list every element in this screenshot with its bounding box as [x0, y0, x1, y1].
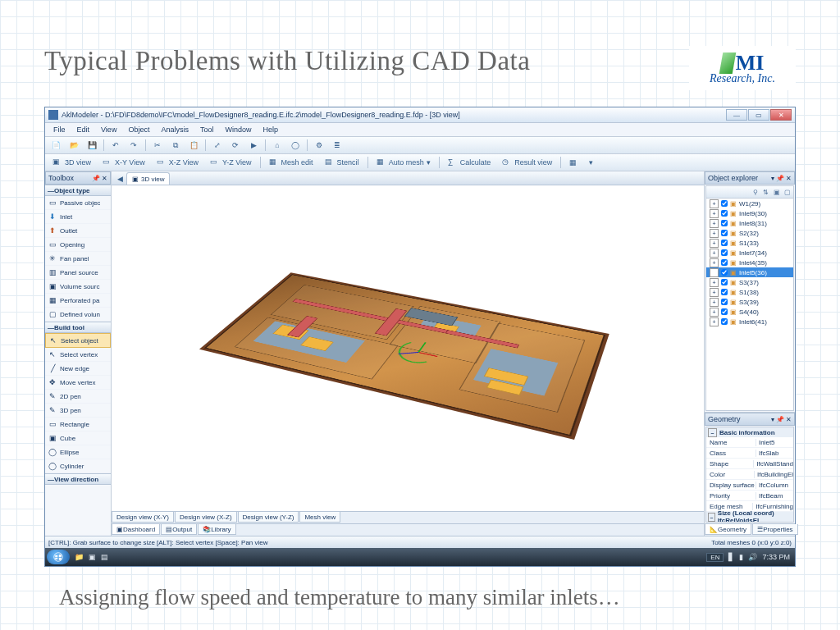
window-titlebar[interactable]: AklModeler - D:\FD\FD8demo\IFC\model_Flo…: [45, 107, 795, 123]
3d-canvas[interactable]: [112, 185, 704, 511]
redo-icon[interactable]: ↷: [126, 138, 142, 153]
toolbox-section-view-direction[interactable]: — View direction: [45, 473, 111, 485]
tree-visibility-checkbox[interactable]: [721, 249, 728, 256]
expand-icon[interactable]: +: [710, 308, 719, 317]
property-row[interactable]: NameInlet5: [706, 437, 793, 448]
menu-file[interactable]: File: [48, 125, 71, 135]
undo-icon[interactable]: ↶: [107, 138, 124, 153]
tool-outlet[interactable]: ⬆Outlet: [45, 224, 111, 238]
tree-node[interactable]: +▣Inlet4(35): [706, 258, 793, 267]
tree-node[interactable]: +▣W1(29): [706, 199, 793, 208]
cut-icon[interactable]: ✂: [149, 138, 166, 153]
settings-icon[interactable]: ⚙: [311, 138, 327, 153]
property-value[interactable]: IfcColumn: [756, 482, 793, 489]
layers-icon[interactable]: ≣: [329, 138, 345, 153]
tree-node[interactable]: +▣S3(39): [706, 297, 793, 307]
view-xy-button[interactable]: ▭X-Y View: [98, 155, 150, 170]
tray-clock[interactable]: 7:33 PM: [762, 553, 790, 561]
bottom-tab-yz[interactable]: Design view (Y-Z): [238, 512, 299, 523]
tree-visibility-checkbox[interactable]: [721, 308, 728, 315]
tree-node[interactable]: +▣S3(37): [706, 277, 793, 287]
auto-mesh-button[interactable]: ▦Auto mesh▾: [372, 155, 436, 170]
save-icon[interactable]: 💾: [84, 138, 100, 153]
close-button[interactable]: ✕: [770, 109, 792, 121]
tool-cube[interactable]: ▣Cube: [45, 431, 111, 445]
zoom-fit-icon[interactable]: ⤢: [209, 138, 226, 153]
tree-filter-icon[interactable]: ⚲: [751, 188, 760, 197]
menu-view[interactable]: View: [96, 125, 121, 135]
expand-icon[interactable]: +: [710, 288, 719, 297]
object-tree[interactable]: ⚲ ⇅ ▣ ▢ +▣W1(29)+▣Inlet9(30)+▣Inlet8(31)…: [705, 185, 794, 411]
menu-analysis[interactable]: Analysis: [156, 125, 194, 135]
property-row[interactable]: ClassIfcSlab: [706, 448, 793, 459]
expand-icon[interactable]: +: [710, 258, 719, 267]
orbit-icon[interactable]: ◯: [287, 138, 304, 153]
refresh-icon[interactable]: ⟳: [227, 138, 244, 153]
expand-icon[interactable]: +: [710, 268, 719, 277]
mesh-edit-button[interactable]: ▦Mesh edit: [264, 155, 318, 170]
tool-ellipse[interactable]: ◯Ellipse: [45, 445, 111, 459]
view-xz-button[interactable]: ▭X-Z View: [152, 155, 203, 170]
menu-tool[interactable]: Tool: [195, 125, 219, 135]
menu-help[interactable]: Help: [258, 125, 283, 135]
tree-node[interactable]: +▣S2(32): [706, 228, 793, 238]
tree-node[interactable]: +▣S4(40): [706, 307, 793, 317]
property-value[interactable]: IfcSlab: [756, 450, 793, 457]
maximize-button[interactable]: ▭: [748, 109, 769, 121]
expand-icon[interactable]: +: [710, 219, 719, 228]
property-row[interactable]: PriorityIfcBeam: [706, 491, 793, 501]
tree-node[interactable]: +▣Inlet5(36): [706, 267, 793, 277]
toolbox-section-build-tool[interactable]: — Build tool: [45, 322, 111, 333]
toolbox-header[interactable]: Toolbox📌 ✕: [45, 171, 111, 185]
property-value[interactable]: IfcBeam: [756, 492, 793, 500]
expand-icon[interactable]: +: [710, 239, 719, 248]
object-explorer-header[interactable]: Object explorer▾ 📌 ✕: [705, 171, 795, 185]
task-misc-icon[interactable]: ▤: [101, 553, 108, 561]
palette-icon[interactable]: ▦: [564, 155, 581, 170]
geometry-props[interactable]: –Basic information NameInlet5ClassIfcSla…: [705, 427, 794, 523]
tree-node[interactable]: +▣S1(38): [706, 287, 793, 297]
dock-tab-library[interactable]: 📚 Library: [198, 524, 235, 535]
tray-volume-icon[interactable]: 🔊: [748, 553, 757, 561]
expand-icon[interactable]: +: [710, 249, 719, 258]
props-section-basic[interactable]: –Basic information: [706, 427, 793, 437]
bottom-tab-xy[interactable]: Design view (X-Y): [112, 512, 174, 523]
tool-panel-source[interactable]: ▥Panel source: [45, 266, 111, 280]
tree-expand-icon[interactable]: ▢: [783, 188, 792, 197]
tool-inlet[interactable]: ⬇Inlet: [45, 210, 111, 224]
expand-icon[interactable]: +: [710, 317, 719, 326]
tray-language[interactable]: EN: [706, 553, 724, 562]
expand-icon[interactable]: +: [710, 229, 719, 238]
task-app-icon[interactable]: ▣: [89, 553, 96, 561]
property-value[interactable]: IfcBuildingEl: [754, 471, 793, 478]
tree-visibility-checkbox[interactable]: [721, 210, 728, 217]
props-section-size[interactable]: –Size (Local coord) IfcRelVoidsEl: [706, 512, 793, 522]
tree-collapse-icon[interactable]: ▣: [772, 188, 781, 197]
windows-taskbar[interactable]: 📁 ▣ ▤ EN ▋ ▮ 🔊 7:33 PM: [45, 548, 795, 566]
tree-sort-icon[interactable]: ⇅: [761, 188, 770, 197]
tree-node[interactable]: +▣Inlet7(34): [706, 248, 793, 258]
minimize-button[interactable]: —: [726, 109, 747, 121]
tool-defined-volume[interactable]: ▢Defined volun: [45, 308, 111, 322]
tree-node[interactable]: +▣Inlet9(30): [706, 208, 793, 218]
tool-move-vertex[interactable]: ✥Move vertex: [45, 376, 111, 390]
property-row[interactable]: ShapeIfcWallStand: [706, 459, 793, 469]
task-explorer-icon[interactable]: 📁: [75, 553, 84, 561]
tree-node[interactable]: +▣Inlet8(31): [706, 218, 793, 228]
pin-icon[interactable]: ▾ 📌 ✕: [771, 175, 792, 182]
menu-edit[interactable]: Edit: [72, 125, 95, 135]
dock-tab-output[interactable]: ▤ Output: [161, 524, 197, 535]
expand-icon[interactable]: +: [710, 278, 719, 287]
tree-visibility-checkbox[interactable]: [721, 240, 728, 246]
view-yz-button[interactable]: ▭Y-Z View: [205, 155, 257, 170]
new-file-icon[interactable]: 📄: [48, 138, 64, 153]
tool-cylinder[interactable]: ◯Cylinder: [45, 459, 111, 473]
bottom-tab-xz[interactable]: Design view (X-Z): [175, 512, 237, 523]
menu-object[interactable]: Object: [123, 125, 154, 135]
tree-visibility-checkbox[interactable]: [721, 200, 728, 207]
toolbox-section-object-type[interactable]: — Object type: [45, 185, 111, 196]
open-file-icon[interactable]: 📂: [66, 138, 82, 153]
tree-visibility-checkbox[interactable]: [721, 318, 728, 325]
pin-icon[interactable]: ▾ 📌 ✕: [771, 416, 792, 423]
tree-visibility-checkbox[interactable]: [721, 279, 728, 285]
